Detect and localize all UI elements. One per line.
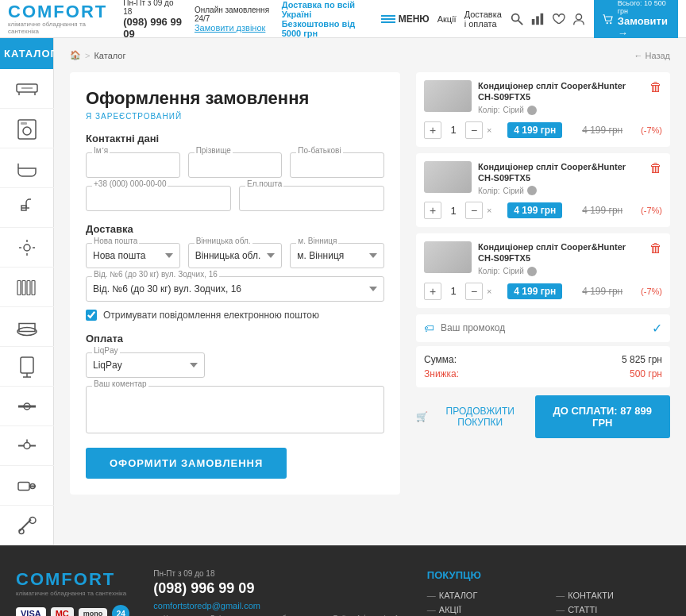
breadcrumb-catalog[interactable]: Каталог	[94, 51, 125, 60]
cart-button[interactable]: Всього: 10 500 грн Замовити →	[594, 0, 678, 44]
promo-input[interactable]	[441, 322, 646, 333]
svg-point-26	[24, 442, 30, 449]
qty-increase[interactable]: −	[465, 283, 483, 300]
email-field: Ел.пошта	[239, 186, 384, 211]
comment-input[interactable]	[86, 386, 384, 433]
comment-section: Ваш коментар	[86, 386, 384, 436]
item-discount: (-7%)	[641, 287, 662, 296]
payment-method-select[interactable]: LiqPay	[86, 352, 205, 378]
order-item: Кондиціонер спліт Cooper&Hunter CH-S09FT…	[416, 153, 670, 228]
breadcrumb-sep: >	[85, 51, 90, 60]
hamburger-icon	[381, 15, 395, 23]
item-info: Кондиціонер спліт Cooper&Hunter CH-S09FT…	[478, 80, 643, 115]
name-input[interactable]	[86, 152, 180, 178]
region-select[interactable]: Вінницька обл.	[188, 243, 283, 268]
svg-rect-20	[32, 280, 35, 295]
item-name: Кондиціонер спліт Cooper&Hunter CH-S09FT…	[478, 80, 643, 103]
qty-decrease[interactable]: +	[424, 283, 441, 300]
footer-top: COMFORT кліматичне обладнання та сантехн…	[16, 569, 670, 616]
item-name: Кондиціонер спліт Cooper&Hunter CH-S09FT…	[478, 241, 643, 264]
mastercard-icon: MC	[51, 607, 74, 616]
cart-icon	[602, 12, 614, 26]
sidebar-item-ac[interactable]	[0, 69, 54, 109]
menu-button[interactable]: МЕНЮ	[381, 13, 430, 25]
summary-totals: Сумма: 5 825 грн Знижка: 500 грн	[416, 346, 670, 387]
item-image	[424, 161, 472, 193]
email-input[interactable]	[239, 186, 384, 211]
header: COMFORT кліматичне обладнання та сантехн…	[0, 0, 686, 38]
aktsii-link[interactable]: Акції	[437, 14, 457, 24]
item-orig-price: 4 199 грн	[582, 125, 622, 136]
qty-decrease[interactable]: +	[424, 202, 441, 219]
breadcrumb-home[interactable]: 🏠	[70, 50, 81, 60]
item-price: 4 199 грн	[507, 202, 562, 218]
continue-shopping-button[interactable]: 🛒 ПРОДОВЖИТИ ПОКУПКИ	[416, 406, 529, 428]
qty-value: 1	[445, 285, 461, 297]
footer-nav-contacts[interactable]: —КОНТАКТИ	[556, 591, 670, 600]
chart-icon[interactable]	[530, 12, 545, 26]
order-title: Оформлення замовлення	[86, 88, 384, 109]
delete-item-button[interactable]: 🗑	[649, 241, 662, 256]
sidebar-item-wash[interactable]	[0, 109, 54, 148]
qty-increase[interactable]: −	[465, 202, 483, 219]
phone-input[interactable]	[86, 186, 231, 211]
item-color: Колір: Сірий	[478, 106, 643, 115]
footer: COMFORT кліматичне обладнання та сантехн…	[0, 545, 686, 616]
footer-nav-aktsii[interactable]: —АКЦІЇ	[427, 605, 524, 614]
delete-item-button[interactable]: 🗑	[649, 161, 662, 175]
footer-email[interactable]: comfortstoredp@gmail.com	[153, 601, 403, 610]
catalog-button[interactable]: КАТАЛОГ	[0, 38, 53, 69]
delivery-method-select[interactable]: Нова пошта	[86, 243, 180, 268]
item-image	[424, 80, 472, 112]
delivery-method-field: Нова пошта Нова пошта	[86, 243, 180, 268]
breadcrumb: 🏠 > Каталог ← Назад	[70, 50, 670, 60]
item-name: Кондиціонер спліт Cooper&Hunter CH-S09FT…	[478, 161, 643, 184]
notify-checkbox[interactable]	[86, 310, 97, 321]
surname-input[interactable]	[188, 152, 283, 178]
promo-icon: 🏷	[424, 322, 434, 334]
search-icon[interactable]	[510, 12, 524, 26]
back-link[interactable]: ← Назад	[634, 51, 670, 60]
wishlist-icon[interactable]	[551, 12, 565, 26]
sidebar-item-pump[interactable]	[0, 466, 54, 506]
submit-order-button[interactable]: ОФОРМИТИ ЗАМОВЛЕННЯ	[86, 448, 287, 479]
qty-increase[interactable]: −	[465, 121, 483, 139]
sidebar-item-bath[interactable]	[0, 148, 54, 188]
logo[interactable]: COMFORT кліматичне обладнання та сантехн…	[8, 3, 107, 35]
qty-decrease[interactable]: +	[424, 121, 441, 139]
promo-check-icon[interactable]: ✓	[652, 321, 662, 336]
promo-row: 🏷 ✓	[416, 314, 670, 342]
delivery-payment-link[interactable]: Доставка і оплата	[464, 10, 502, 29]
svg-point-16	[24, 244, 30, 251]
patronymic-input[interactable]	[290, 152, 384, 178]
sidebar-item-pipe[interactable]	[0, 387, 54, 426]
user-icon[interactable]	[572, 12, 586, 26]
sidebar-item-faucet[interactable]	[0, 188, 54, 228]
payment-icons: VISA MC mono 24	[16, 605, 129, 616]
name-field: Імʼя	[86, 152, 180, 178]
item-discount: (-7%)	[641, 206, 662, 215]
sidebar-item-radiator[interactable]	[0, 268, 54, 307]
item-controls: + 1 − × 4 199 грн 4 199 грн (-7%)	[424, 202, 662, 219]
city-select[interactable]: м. Вінниця	[290, 243, 384, 268]
order-form: Оформлення замовлення Я ЗАРЕЄСТРОВАНИЙ К…	[70, 72, 400, 495]
pay-button[interactable]: ДО СПЛАТИ: 87 899 ГРН	[535, 395, 670, 438]
qty-multiply: ×	[487, 287, 491, 296]
delete-item-button[interactable]: 🗑	[649, 80, 662, 94]
footer-nav-catalog[interactable]: —КАТАЛОГ	[427, 591, 524, 600]
svg-rect-17	[17, 280, 21, 295]
callback-link[interactable]: Замовити дзвінок	[195, 23, 270, 33]
department-select[interactable]: Від. №6 (до 30 кг) вул. Зодчих, 16	[86, 276, 384, 302]
color-dot	[527, 106, 537, 115]
main-content: 🏠 > Каталог ← Назад Оформлення замовленн…	[54, 38, 686, 545]
sidebar-item-settings[interactable]	[0, 228, 54, 268]
sidebar-item-tub[interactable]	[0, 307, 54, 347]
sidebar-item-tools[interactable]	[0, 506, 54, 545]
patronymic-field: По-батькові	[290, 152, 384, 178]
delivery-info: Доставка по всій Україні Безкоштовно від…	[282, 0, 373, 38]
24-icon: 24	[112, 605, 129, 616]
footer-nav-articles[interactable]: —СТАТТІ	[556, 605, 670, 614]
sidebar-item-mirror[interactable]	[0, 347, 54, 387]
footer-logo-sub: кліматичне обладнання та сантехніка	[16, 590, 129, 597]
sidebar-item-valve[interactable]	[0, 426, 54, 466]
